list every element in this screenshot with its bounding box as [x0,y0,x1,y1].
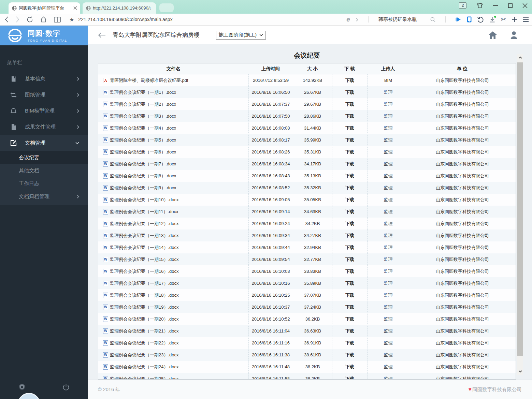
file-name-link[interactable]: 监理例会会议纪要（一期4）.docx [110,125,176,131]
download-link[interactable]: 下载 [345,161,354,167]
tab-close-icon[interactable] [74,6,77,10]
file-name-link[interactable]: 监理例会会议纪要（一期22）.docx [110,340,179,346]
file-name-link[interactable]: 监理例会会议纪要（一期3）.docx [110,113,176,119]
file-name-link[interactable]: 监理例会会议纪要（一期25）.docx [110,376,179,380]
mobile-phone-icon[interactable] [467,16,472,23]
download-link[interactable]: 下载 [345,292,354,298]
file-name-link[interactable]: 监理例会会议纪要（一期10）.docx [110,197,179,203]
download-link[interactable]: 下载 [345,113,354,119]
file-name-link[interactable]: 监理例会会议纪要（一期8）.docx [110,173,176,179]
sidebar-subitem-document-archive-management[interactable]: 文档归档管理 [0,190,88,203]
power-logout-icon[interactable] [44,384,88,391]
file-name-link[interactable]: 监理例会会议纪要（一期2）.docx [110,101,176,107]
download-link[interactable]: 下载 [345,340,354,346]
download-link[interactable]: 下载 [345,149,354,155]
user-profile-icon[interactable] [510,31,518,39]
download-cell: 下载 [332,230,367,241]
download-link[interactable]: 下载 [345,185,354,191]
file-name-link[interactable]: 监理例会会议纪要（一期6）.docx [110,149,176,155]
file-name-link[interactable]: 监理例会会议纪要（一期16）.docx [110,268,179,275]
file-name-link[interactable]: 监理例会会议纪要（一期23）.docx [110,352,179,358]
scrollbar-thumb[interactable] [517,62,523,356]
sidebar-item-document-management[interactable]: 文档管理 [0,135,88,151]
download-link[interactable]: 下载 [345,233,354,239]
download-link[interactable]: 下载 [345,280,354,286]
tab-active[interactable]: 同圆数字|协同管理平台 [9,2,80,14]
file-name-link[interactable]: 青医附院主楼、副楼标准层会议纪要.pdf [110,77,188,84]
download-link[interactable]: 下载 [345,268,354,275]
chevron-right-icon[interactable] [356,18,358,21]
file-name-link[interactable]: 监理例会会议纪要（一期18）.docx [110,292,179,298]
download-link[interactable]: 下载 [345,304,354,310]
forward-icon[interactable] [16,16,19,23]
add-icon[interactable] [512,17,517,22]
home-icon[interactable] [40,16,47,23]
file-name-link[interactable]: 监理例会会议纪要（一期13）.docx [110,233,179,239]
file-name-link[interactable]: 监理例会会议纪要（一期11）.docx [110,209,178,215]
download-link[interactable]: 下载 [345,125,354,131]
download-manager-icon[interactable] [489,17,495,23]
tab-background[interactable]: http://221.214.108.194:6090/up [83,2,156,14]
scroll-down-arrow-icon[interactable] [517,368,523,375]
stage-select-dropdown[interactable]: 施工图阶段(施工) [216,31,266,40]
sidebar-item-basic-info[interactable]: 基本信息 [0,71,88,87]
file-name-link[interactable]: 监理例会会议纪要（一期15）.docx [110,256,179,263]
maximize-button[interactable] [508,3,513,8]
ie-compat-icon[interactable]: e [346,16,350,23]
reading-mode-icon[interactable] [54,17,61,23]
sidebar-item-drawing-management[interactable]: 图纸管理 [0,87,88,103]
minimize-button[interactable] [493,5,498,6]
sidebar-subitem-meeting-minutes[interactable]: 会议纪要 [0,151,88,164]
skin-tshirt-icon[interactable] [477,3,483,8]
undo-history-icon[interactable] [477,17,484,23]
play-video-icon[interactable] [456,17,461,22]
new-tab-button[interactable] [159,3,174,12]
download-link[interactable]: 下载 [345,376,354,380]
download-link[interactable]: 下载 [345,245,354,251]
search-icon[interactable] [430,17,435,22]
download-link[interactable]: 下载 [345,221,354,227]
download-link[interactable]: 下载 [345,256,354,263]
download-link[interactable]: 下载 [345,137,354,143]
download-link[interactable]: 下载 [345,101,354,107]
download-link[interactable]: 下载 [345,77,354,84]
file-name-link[interactable]: 监理例会会议纪要（一期21）.docx [110,328,179,334]
vertical-scrollbar[interactable] [517,54,523,375]
table-row: W 监理例会会议纪要（一期25）.docx 2016/8/16 16:11:58… [98,373,516,380]
download-link[interactable]: 下载 [345,316,354,322]
bookmark-star-icon[interactable]: ★ [69,16,74,23]
file-name-link[interactable]: 监理例会会议纪要（一期20）.docx [110,316,179,322]
file-name-link[interactable]: 监理例会会议纪要（一期19）.docx [110,304,179,310]
refresh-icon[interactable] [27,16,33,23]
close-button[interactable] [523,3,527,8]
file-name-link[interactable]: 监理例会会议纪要（一期14）.docx [110,245,179,251]
sidebar-item-result-file-management[interactable]: 成果文件管理 [0,119,88,135]
file-name-link[interactable]: 监理例会会议纪要（一期12）.docx [110,221,179,227]
search-input[interactable]: 韩寒被扔矿泉水瓶 [378,16,417,23]
back-icon[interactable] [5,16,9,23]
download-link[interactable]: 下载 [345,173,354,179]
sidebar-subitem-work-log[interactable]: 工作日志 [0,177,88,190]
download-link[interactable]: 下载 [345,328,354,334]
settings-gear-icon[interactable] [0,384,44,391]
scroll-up-arrow-icon[interactable] [517,54,523,61]
address-url[interactable]: 221.214.108.194:6090/ColorAspx/main.aspx [78,17,172,22]
menu-icon[interactable] [523,17,529,22]
download-link[interactable]: 下载 [345,209,354,215]
sidebar-item-bim-model-management[interactable]: BIM模型管理 [0,103,88,119]
download-link[interactable]: 下载 [345,89,354,95]
file-name-link[interactable]: 监理例会会议纪要（一期9）.docx [110,185,176,191]
tab-count-badge[interactable]: 2 [459,2,466,9]
download-link[interactable]: 下载 [345,197,354,203]
download-link[interactable]: 下载 [345,364,354,370]
file-name-link[interactable]: 监理例会会议纪要（一期1）.docx [110,89,176,95]
home-button-icon[interactable] [488,31,497,39]
file-name-link[interactable]: 监理例会会议纪要（一期24）.docx [110,364,179,370]
screenshot-scissors-icon[interactable]: ✂ [501,16,506,23]
back-arrow-icon[interactable] [98,32,106,38]
file-name-link[interactable]: 监理例会会议纪要（一期5）.docx [110,137,176,143]
sidebar-subitem-other-documents[interactable]: 其他文档 [0,164,88,177]
download-link[interactable]: 下载 [345,352,354,358]
file-name-link[interactable]: 监理例会会议纪要（一期17）.docx [110,280,179,286]
file-name-link[interactable]: 监理例会会议纪要（一期7）.docx [110,161,176,167]
